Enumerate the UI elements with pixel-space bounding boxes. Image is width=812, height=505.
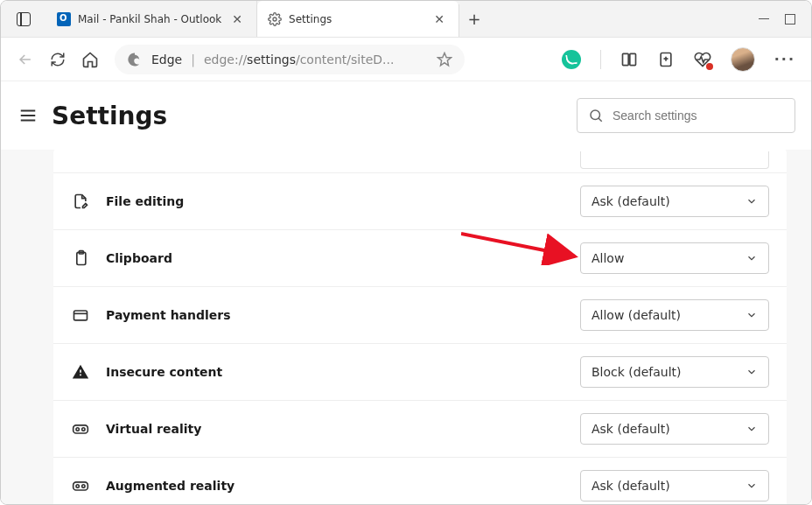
select-augmented-reality[interactable]: Ask (default) [580,470,769,501]
close-icon[interactable]: ✕ [430,10,448,29]
gear-icon [268,12,282,26]
settings-header: Settings [1,81,811,150]
svg-rect-7 [74,311,88,320]
back-button[interactable] [17,51,34,68]
svg-rect-2 [630,53,636,65]
permissions-panel: File editing Ask (default) Clipboard All… [53,150,787,505]
url-text: edge://settings/content/siteD... [204,53,428,67]
search-input[interactable] [612,109,784,123]
row-label: Augmented reality [106,479,564,493]
address-bar[interactable]: Edge | edge://settings/content/siteD... [115,45,465,74]
svg-point-0 [273,18,276,21]
menu-button[interactable] [18,106,38,125]
credit-card-icon [71,306,90,324]
split-screen-icon[interactable] [620,51,638,68]
row-label: Clipboard [106,251,564,265]
row-label: Payment handlers [106,308,564,322]
select-clipboard[interactable]: Allow [580,242,769,274]
minimize-icon[interactable] [759,18,769,20]
edge-icon [127,52,143,67]
window-titlebar: Mail - Pankil Shah - Outlook ✕ Settings … [1,1,811,38]
select-insecure-content[interactable]: Block (default) [580,356,769,388]
page-title: Settings [52,102,167,130]
profile-avatar[interactable] [731,47,755,72]
svg-point-12 [76,485,79,487]
select-file-editing[interactable]: Ask (default) [580,186,769,217]
svg-point-4 [591,110,600,120]
new-tab-button[interactable]: + [458,1,490,37]
browser-health-icon[interactable] [694,51,711,68]
address-toolbar: Edge | edge://settings/content/siteD... … [1,38,811,81]
window-controls [759,14,811,25]
more-menu-icon[interactable]: ··· [774,51,795,67]
settings-content: File editing Ask (default) Clipboard All… [1,150,811,505]
row-label: Insecure content [106,365,564,379]
row-label: File editing [106,194,564,208]
file-edit-icon [71,193,90,210]
select-payment-handlers[interactable]: Allow (default) [580,299,769,331]
home-button[interactable] [81,51,99,68]
chevron-down-icon [746,423,758,435]
sidebar-toggle-icon[interactable] [17,12,31,26]
outlook-icon [57,12,71,26]
row-augmented-reality: Augmented reality Ask (default) [53,458,787,505]
svg-point-10 [82,428,85,431]
row-payment-handlers: Payment handlers Allow (default) [53,287,787,344]
refresh-button[interactable] [50,52,66,67]
chevron-down-icon [746,366,758,378]
chevron-down-icon [746,309,758,321]
close-icon[interactable]: ✕ [228,10,246,29]
tab-outlook[interactable]: Mail - Pankil Shah - Outlook ✕ [46,1,257,37]
tab-settings[interactable]: Settings ✕ [257,1,458,37]
vr-headset-icon [71,420,90,438]
svg-rect-8 [74,425,88,433]
maximize-icon[interactable] [785,14,795,25]
favorite-icon[interactable] [437,52,452,67]
svg-point-9 [76,428,79,431]
chevron-down-icon [746,195,758,207]
row-virtual-reality: Virtual reality Ask (default) [53,401,787,458]
svg-rect-11 [74,482,88,490]
clipboard-icon [71,249,90,267]
browser-tabs: Mail - Pankil Shah - Outlook ✕ Settings … [46,1,759,37]
svg-point-13 [82,485,85,487]
select-virtual-reality[interactable]: Ask (default) [580,413,769,445]
row-clipboard: Clipboard Allow [53,230,787,287]
brand-label: Edge [151,53,182,67]
chevron-down-icon [746,480,758,492]
row-insecure-content: Insecure content Block (default) [53,344,787,401]
chevron-down-icon [746,252,758,264]
search-icon [588,108,604,123]
collections-icon[interactable] [657,51,675,68]
search-field[interactable] [577,98,795,133]
row-label: Virtual reality [106,422,564,436]
tab-label: Mail - Pankil Shah - Outlook [78,13,221,25]
svg-rect-1 [622,53,628,65]
row-file-editing: File editing Ask (default) [53,173,787,230]
warning-icon [71,363,90,381]
tab-label: Settings [289,13,424,25]
vr-headset-icon [71,477,90,494]
grammarly-icon[interactable] [562,50,581,69]
